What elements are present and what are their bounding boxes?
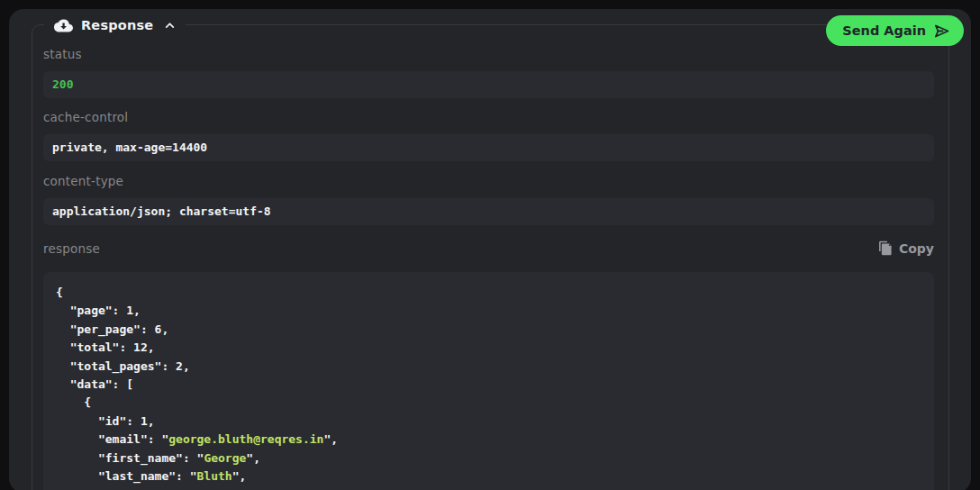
response-panel: Send Again Response status 2 [9, 9, 971, 490]
cloud-download-icon [54, 18, 73, 32]
copy-label: Copy [899, 241, 934, 256]
code-line: "last_name": "Bluth", [56, 467, 921, 485]
code-line: "page": 1, [56, 302, 921, 320]
code-line: "total_pages": 2, [56, 358, 921, 376]
header-value-content-type: application/json; charset=utf-8 [43, 198, 934, 225]
response-body[interactable]: { "page": 1, "per_page": 6, "total": 12,… [43, 272, 934, 490]
response-section: Response status 200 cache-control privat… [32, 24, 949, 490]
send-again-button[interactable]: Send Again [826, 15, 964, 46]
send-arrow-icon [933, 23, 950, 40]
response-toolbar: response Copy [43, 240, 934, 256]
header-value-cache-control: private, max-age=14400 [43, 134, 934, 161]
response-label: response [43, 241, 100, 256]
code-line: "per_page": 6, [56, 321, 921, 339]
code-line: "data": [ [56, 376, 921, 394]
header-label-cache-control: cache-control [43, 110, 934, 124]
response-section-toggle[interactable]: Response [44, 14, 186, 36]
code-line: "id": 1, [56, 413, 921, 431]
header-value-status: 200 [43, 71, 934, 98]
header-label-status: status [43, 47, 934, 61]
code-line: { [56, 394, 921, 412]
copy-button[interactable]: Copy [877, 240, 934, 256]
copy-pages-icon [877, 240, 893, 256]
panel-title: Response [81, 18, 153, 32]
code-line: "first_name": "George", [56, 449, 921, 467]
code-line: { [56, 284, 921, 302]
code-line: "total": 12, [56, 339, 921, 357]
send-again-label: Send Again [842, 23, 926, 38]
chevron-up-icon [164, 20, 176, 32]
code-line: "email": "george.bluth@reqres.in", [56, 431, 921, 449]
header-label-content-type: content-type [43, 174, 934, 188]
